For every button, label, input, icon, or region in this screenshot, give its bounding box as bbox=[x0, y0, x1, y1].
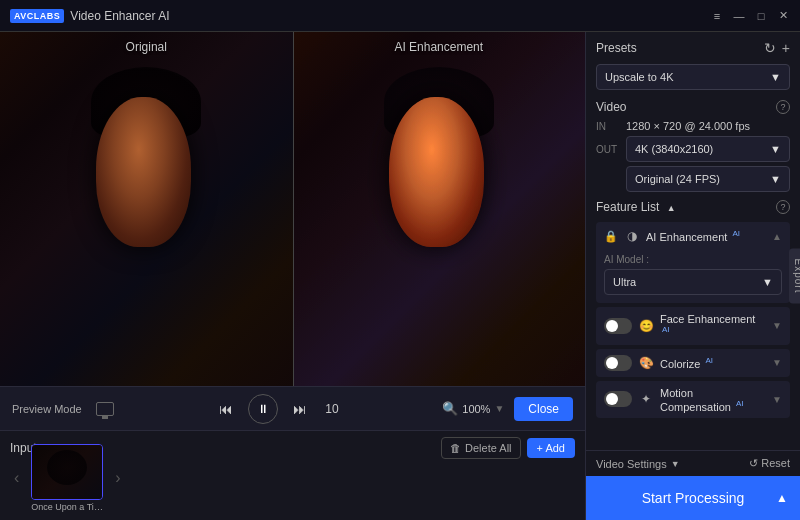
reset-label: ↺ Reset bbox=[749, 457, 790, 470]
motion-name: Motion Compensation AI bbox=[660, 387, 766, 413]
original-label: Original bbox=[126, 40, 167, 54]
fps-row: Original (24 FPS) ▼ bbox=[596, 166, 790, 192]
feature-face-enhancement: 😊 Face Enhancement AI ▼ bbox=[596, 307, 790, 345]
video-divider bbox=[293, 32, 294, 386]
colorize-name: Colorize AI bbox=[660, 356, 766, 370]
original-video: Original bbox=[0, 32, 293, 386]
start-processing-container[interactable]: Start Processing ▲ bbox=[586, 476, 800, 520]
video-settings-label[interactable]: Video Settings ▼ bbox=[596, 458, 680, 470]
zoom-icon: 🔍 bbox=[442, 401, 458, 416]
ai-enhancement-icon: ◑ bbox=[624, 228, 640, 244]
ai-bg bbox=[293, 32, 586, 386]
face-container-left bbox=[81, 67, 211, 267]
fps-chevron: ▼ bbox=[770, 173, 781, 185]
model-chevron: ▼ bbox=[762, 276, 773, 288]
preset-actions: ↻ + bbox=[764, 40, 790, 56]
app-title: Video Enhancer AI bbox=[70, 9, 169, 23]
right-panel: Presets ↻ + Upscale to 4K ▼ Video ? IN 1… bbox=[585, 32, 800, 520]
preset-value: Upscale to 4K bbox=[605, 71, 673, 83]
colorize-expand-icon[interactable]: ▼ bbox=[772, 357, 782, 368]
app-logo: AVCLABS Video Enhancer AI bbox=[10, 9, 710, 23]
feature-motion-compensation: ✦ Motion Compensation AI ▼ bbox=[596, 381, 790, 419]
video-help-icon[interactable]: ? bbox=[776, 100, 790, 114]
export-tab[interactable]: Export bbox=[789, 249, 800, 304]
logo-text: AVCLABS bbox=[10, 9, 64, 23]
start-processing-text: Start Processing bbox=[642, 490, 745, 506]
title-bar: AVCLABS Video Enhancer AI ≡ — □ ✕ bbox=[0, 0, 800, 32]
window-controls: ≡ — □ ✕ bbox=[710, 9, 790, 23]
model-value: Ultra bbox=[613, 276, 636, 288]
thumbnail-label: Once Upon a Time in ... bbox=[31, 502, 103, 512]
video-settings-bar: Video Settings ▼ ↺ Reset bbox=[586, 450, 800, 476]
feature-list-title-text: Feature List bbox=[596, 200, 659, 214]
feature-list-chevron-up: ▲ bbox=[667, 203, 676, 213]
scroll-left-btn[interactable]: ‹ bbox=[10, 469, 23, 487]
feature-help-icon[interactable]: ? bbox=[776, 200, 790, 214]
left-panel: Original AI Enhancement bbox=[0, 32, 585, 520]
ai-video: AI Enhancement bbox=[293, 32, 586, 386]
thumbnail-item[interactable] bbox=[31, 444, 103, 500]
colorize-name-text: Colorize bbox=[660, 357, 700, 369]
ai-badge-3: AI bbox=[736, 399, 744, 408]
presets-title: Presets bbox=[596, 41, 637, 55]
out-resolution-dropdown[interactable]: 4K (3840x2160) ▼ bbox=[626, 136, 790, 162]
ai-badge-0: AI bbox=[732, 229, 740, 238]
thumb-face bbox=[47, 450, 87, 485]
in-value: 1280 × 720 @ 24.000 fps bbox=[626, 120, 750, 132]
motion-toggle[interactable] bbox=[604, 391, 632, 407]
zoom-level: 100% bbox=[462, 403, 490, 415]
motion-expand-icon[interactable]: ▼ bbox=[772, 394, 782, 405]
video-section-title: Video bbox=[596, 100, 626, 114]
ai-badge-1: AI bbox=[662, 325, 670, 334]
feature-ai-header: 🔒 ◑ AI Enhancement AI ▲ bbox=[596, 222, 790, 250]
minimize-btn[interactable]: — bbox=[732, 9, 746, 23]
ai-expand-icon[interactable]: ▲ bbox=[772, 231, 782, 242]
thumbnail-bg bbox=[32, 445, 102, 499]
face-toggle[interactable] bbox=[604, 318, 632, 334]
ai-badge-2: AI bbox=[705, 356, 713, 365]
feature-list-header: Feature List ▲ ? bbox=[596, 200, 790, 214]
preset-chevron: ▼ bbox=[770, 71, 781, 83]
zoom-control[interactable]: 🔍 100% ▼ bbox=[442, 401, 504, 416]
pause-btn[interactable]: ⏸ bbox=[248, 394, 278, 424]
reset-btn[interactable]: ↺ Reset bbox=[749, 457, 790, 470]
scroll-right-btn[interactable]: › bbox=[111, 469, 124, 487]
maximize-btn[interactable]: □ bbox=[754, 9, 768, 23]
refresh-icon[interactable]: ↻ bbox=[764, 40, 776, 56]
menu-btn[interactable]: ≡ bbox=[710, 9, 724, 23]
face-left bbox=[96, 97, 191, 247]
ai-name-text: AI Enhancement bbox=[646, 231, 727, 243]
close-button[interactable]: Close bbox=[514, 397, 573, 421]
face-container-right bbox=[374, 67, 504, 267]
motion-name-text: Motion Compensation bbox=[660, 387, 731, 413]
video-section-header: Video ? bbox=[596, 100, 790, 114]
fps-value: Original (24 FPS) bbox=[635, 173, 720, 185]
export-label: Export bbox=[793, 259, 800, 294]
zoom-chevron: ▼ bbox=[494, 403, 504, 414]
face-name: Face Enhancement AI bbox=[660, 313, 766, 339]
preset-dropdown[interactable]: Upscale to 4K ▼ bbox=[596, 64, 790, 90]
out-res-value: 4K (3840x2160) bbox=[635, 143, 713, 155]
model-dropdown[interactable]: Ultra ▼ bbox=[604, 269, 782, 295]
feature-motion-header: ✦ Motion Compensation AI ▼ bbox=[596, 381, 790, 419]
monitor-icon[interactable] bbox=[96, 402, 114, 416]
video-in-row: IN 1280 × 720 @ 24.000 fps bbox=[596, 120, 790, 132]
face-expand-icon[interactable]: ▼ bbox=[772, 320, 782, 331]
skip-fwd-btn[interactable]: ⏭ bbox=[288, 397, 312, 421]
add-preset-icon[interactable]: + bbox=[782, 40, 790, 56]
right-scroll[interactable]: Presets ↻ + Upscale to 4K ▼ Video ? IN 1… bbox=[586, 32, 800, 450]
skip-back-btn[interactable]: ⏮ bbox=[214, 397, 238, 421]
feature-colorize: 🎨 Colorize AI ▼ bbox=[596, 349, 790, 377]
input-thumbnails: ‹ Once Upon a Time in ... › bbox=[10, 444, 575, 512]
in-label: IN bbox=[596, 121, 618, 132]
presets-section: Presets ↻ + bbox=[596, 40, 790, 56]
close-btn[interactable]: ✕ bbox=[776, 9, 790, 23]
frame-counter: 10 bbox=[322, 402, 342, 416]
feature-face-header: 😊 Face Enhancement AI ▼ bbox=[596, 307, 790, 345]
colorize-icon: 🎨 bbox=[638, 355, 654, 371]
fps-dropdown[interactable]: Original (24 FPS) ▼ bbox=[626, 166, 790, 192]
face-icon: 😊 bbox=[638, 318, 654, 334]
colorize-toggle[interactable] bbox=[604, 355, 632, 371]
out-res-chevron: ▼ bbox=[770, 143, 781, 155]
feature-colorize-header: 🎨 Colorize AI ▼ bbox=[596, 349, 790, 377]
